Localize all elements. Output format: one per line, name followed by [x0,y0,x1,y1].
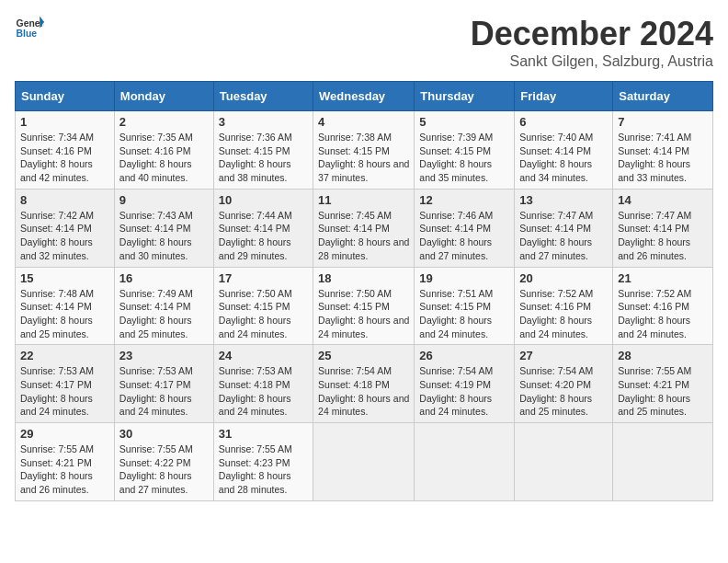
title-section: December 2024 Sankt Gilgen, Salzburg, Au… [471,15,713,70]
day-detail: Sunrise: 7:54 AMSunset: 4:19 PMDaylight:… [419,364,509,419]
logo: General Blue [15,15,44,40]
day-number: 28 [618,349,708,362]
calendar-cell: 28Sunrise: 7:55 AMSunset: 4:21 PMDayligh… [613,345,713,423]
day-number: 27 [519,349,608,362]
calendar-cell: 21Sunrise: 7:52 AMSunset: 4:16 PMDayligh… [613,267,713,345]
page-header: General Blue December 2024 Sankt Gilgen,… [15,15,713,70]
calendar-cell: 24Sunrise: 7:53 AMSunset: 4:18 PMDayligh… [213,345,313,423]
calendar-cell: 4Sunrise: 7:38 AMSunset: 4:15 PMDaylight… [313,111,415,190]
day-detail: Sunrise: 7:44 AMSunset: 4:14 PMDaylight:… [219,209,308,263]
page-title: December 2024 [471,15,713,53]
day-detail: Sunrise: 7:47 AMSunset: 4:14 PMDaylight:… [618,209,708,263]
day-detail: Sunrise: 7:52 AMSunset: 4:16 PMDaylight:… [519,287,608,341]
day-number: 20 [519,271,608,285]
day-detail: Sunrise: 7:48 AMSunset: 4:14 PMDaylight:… [20,287,109,341]
day-detail: Sunrise: 7:54 AMSunset: 4:20 PMDaylight:… [519,364,608,419]
day-detail: Sunrise: 7:40 AMSunset: 4:14 PMDaylight:… [519,131,608,185]
calendar-cell: 13Sunrise: 7:47 AMSunset: 4:14 PMDayligh… [515,189,613,267]
weekday-header-sunday: Sunday [16,82,115,111]
day-detail: Sunrise: 7:49 AMSunset: 4:14 PMDaylight:… [119,287,209,341]
day-detail: Sunrise: 7:50 AMSunset: 4:15 PMDaylight:… [318,287,409,341]
weekday-header-wednesday: Wednesday [313,82,415,111]
calendar-cell: 27Sunrise: 7:54 AMSunset: 4:20 PMDayligh… [515,345,613,423]
day-detail: Sunrise: 7:36 AMSunset: 4:15 PMDaylight:… [219,131,308,185]
day-detail: Sunrise: 7:35 AMSunset: 4:16 PMDaylight:… [119,131,209,185]
calendar-cell: 12Sunrise: 7:46 AMSunset: 4:14 PMDayligh… [415,189,515,267]
day-number: 29 [20,427,109,441]
day-detail: Sunrise: 7:46 AMSunset: 4:14 PMDaylight:… [419,209,509,263]
calendar-cell: 20Sunrise: 7:52 AMSunset: 4:16 PMDayligh… [515,267,613,345]
day-detail: Sunrise: 7:51 AMSunset: 4:15 PMDaylight:… [419,287,509,341]
svg-text:Blue: Blue [17,29,38,39]
day-number: 3 [219,115,308,129]
day-number: 16 [119,271,209,285]
weekday-header-friday: Friday [515,82,613,111]
calendar-cell: 8Sunrise: 7:42 AMSunset: 4:14 PMDaylight… [16,189,115,267]
day-detail: Sunrise: 7:47 AMSunset: 4:14 PMDaylight:… [519,209,608,263]
day-detail: Sunrise: 7:38 AMSunset: 4:15 PMDaylight:… [318,131,409,185]
calendar-cell: 29Sunrise: 7:55 AMSunset: 4:21 PMDayligh… [16,423,115,501]
calendar-cell [613,423,713,501]
calendar-cell [515,423,613,501]
day-detail: Sunrise: 7:50 AMSunset: 4:15 PMDaylight:… [219,287,308,341]
day-number: 7 [618,115,708,129]
weekday-header-monday: Monday [114,82,213,111]
calendar-week-row: 8Sunrise: 7:42 AMSunset: 4:14 PMDaylight… [16,189,713,267]
day-number: 13 [519,193,608,207]
calendar-cell [415,423,515,501]
day-detail: Sunrise: 7:41 AMSunset: 4:14 PMDaylight:… [618,131,708,185]
weekday-header-thursday: Thursday [415,82,515,111]
calendar-cell: 16Sunrise: 7:49 AMSunset: 4:14 PMDayligh… [114,267,213,345]
calendar-cell: 15Sunrise: 7:48 AMSunset: 4:14 PMDayligh… [16,267,115,345]
calendar-cell: 31Sunrise: 7:55 AMSunset: 4:23 PMDayligh… [213,423,313,501]
day-detail: Sunrise: 7:55 AMSunset: 4:22 PMDaylight:… [119,442,209,497]
day-number: 8 [20,193,109,207]
day-detail: Sunrise: 7:55 AMSunset: 4:23 PMDaylight:… [219,442,308,497]
calendar-cell: 11Sunrise: 7:45 AMSunset: 4:14 PMDayligh… [313,189,415,267]
day-number: 15 [20,271,109,285]
day-number: 9 [119,193,209,207]
day-detail: Sunrise: 7:45 AMSunset: 4:14 PMDaylight:… [318,209,409,263]
weekday-header-tuesday: Tuesday [213,82,313,111]
calendar-header-row: SundayMondayTuesdayWednesdayThursdayFrid… [16,82,713,111]
calendar-cell: 3Sunrise: 7:36 AMSunset: 4:15 PMDaylight… [213,111,313,190]
day-number: 4 [318,115,409,129]
day-detail: Sunrise: 7:52 AMSunset: 4:16 PMDaylight:… [618,287,708,341]
calendar-cell: 6Sunrise: 7:40 AMSunset: 4:14 PMDaylight… [515,111,613,190]
day-number: 12 [419,193,509,207]
day-number: 18 [318,271,409,285]
calendar-cell: 18Sunrise: 7:50 AMSunset: 4:15 PMDayligh… [313,267,415,345]
day-number: 21 [618,271,708,285]
day-number: 11 [318,193,409,207]
day-number: 19 [419,271,509,285]
day-number: 26 [419,349,509,362]
logo-icon: General Blue [15,15,44,40]
day-number: 5 [419,115,509,129]
day-number: 22 [20,349,109,362]
day-detail: Sunrise: 7:53 AMSunset: 4:17 PMDaylight:… [20,364,109,419]
day-number: 17 [219,271,308,285]
calendar-week-row: 29Sunrise: 7:55 AMSunset: 4:21 PMDayligh… [16,423,713,501]
day-detail: Sunrise: 7:53 AMSunset: 4:18 PMDaylight:… [219,364,308,419]
day-number: 31 [219,427,308,441]
weekday-header-saturday: Saturday [613,82,713,111]
day-detail: Sunrise: 7:53 AMSunset: 4:17 PMDaylight:… [119,364,209,419]
calendar-cell: 26Sunrise: 7:54 AMSunset: 4:19 PMDayligh… [415,345,515,423]
calendar-cell: 19Sunrise: 7:51 AMSunset: 4:15 PMDayligh… [415,267,515,345]
day-number: 24 [219,349,308,362]
calendar-cell: 25Sunrise: 7:54 AMSunset: 4:18 PMDayligh… [313,345,415,423]
day-detail: Sunrise: 7:55 AMSunset: 4:21 PMDaylight:… [618,364,708,419]
day-detail: Sunrise: 7:42 AMSunset: 4:14 PMDaylight:… [20,209,109,263]
calendar-cell: 10Sunrise: 7:44 AMSunset: 4:14 PMDayligh… [213,189,313,267]
day-detail: Sunrise: 7:54 AMSunset: 4:18 PMDaylight:… [318,364,409,419]
calendar-cell: 23Sunrise: 7:53 AMSunset: 4:17 PMDayligh… [114,345,213,423]
day-detail: Sunrise: 7:55 AMSunset: 4:21 PMDaylight:… [20,442,109,497]
day-number: 6 [519,115,608,129]
day-number: 1 [20,115,109,129]
calendar-table: SundayMondayTuesdayWednesdayThursdayFrid… [15,81,713,501]
day-number: 2 [119,115,209,129]
calendar-cell: 5Sunrise: 7:39 AMSunset: 4:15 PMDaylight… [415,111,515,190]
calendar-week-row: 22Sunrise: 7:53 AMSunset: 4:17 PMDayligh… [16,345,713,423]
calendar-cell: 2Sunrise: 7:35 AMSunset: 4:16 PMDaylight… [114,111,213,190]
calendar-week-row: 1Sunrise: 7:34 AMSunset: 4:16 PMDaylight… [16,111,713,190]
